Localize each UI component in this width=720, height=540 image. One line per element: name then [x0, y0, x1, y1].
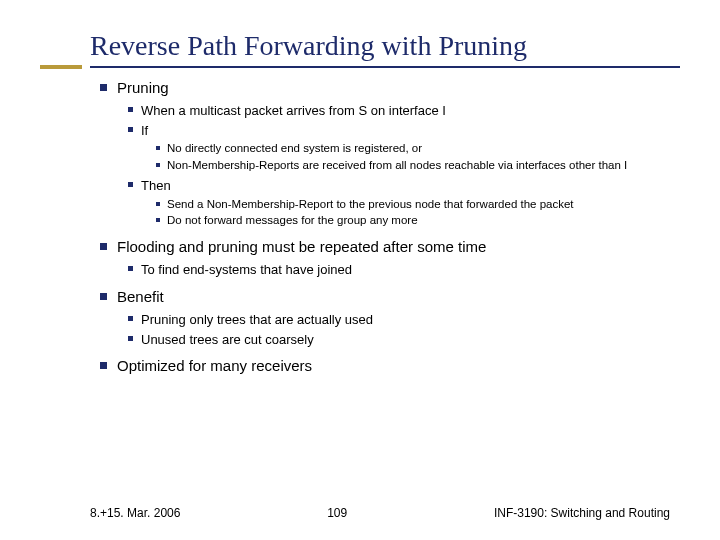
footer-date: 8.+15. Mar. 2006	[90, 506, 180, 520]
bullet-icon	[128, 336, 133, 341]
bullet-icon	[156, 163, 160, 167]
footer-course: INF-3190: Switching and Routing	[494, 506, 670, 520]
bullet-icon	[128, 107, 133, 112]
l2-text: Unused trees are cut coarsely	[141, 331, 314, 349]
bullet-icon	[128, 316, 133, 321]
slide-body: Pruning When a multicast packet arrives …	[0, 68, 720, 376]
title-underline	[90, 66, 680, 68]
bullet-icon	[128, 127, 133, 132]
l1-text: Pruning	[117, 78, 169, 98]
l2-text: To find end-systems that have joined	[141, 261, 352, 279]
bullet-icon	[128, 266, 133, 271]
l2-text: Pruning only trees that are actually use…	[141, 311, 373, 329]
bullet-icon	[100, 293, 107, 300]
bullet-icon	[156, 202, 160, 206]
l3-text: Send a Non-Membership-Report to the prev…	[167, 197, 574, 213]
l2-text: If	[141, 122, 148, 140]
bullet-icon	[156, 218, 160, 222]
l3-text: Non-Membership-Reports are received from…	[167, 158, 627, 174]
slide-title: Reverse Path Forwarding with Pruning	[0, 0, 720, 66]
l1-text: Benefit	[117, 287, 164, 307]
bullet-icon	[156, 146, 160, 150]
l2-text: Then	[141, 177, 171, 195]
l3-text: No directly connected end system is regi…	[167, 141, 422, 157]
l3-text: Do not forward messages for the group an…	[167, 213, 418, 229]
l1-text: Flooding and pruning must be repeated af…	[117, 237, 486, 257]
bullet-icon	[100, 362, 107, 369]
bullet-icon	[100, 243, 107, 250]
footer-page-number: 109	[327, 506, 347, 520]
l1-text: Optimized for many receivers	[117, 356, 312, 376]
l2-text: When a multicast packet arrives from S o…	[141, 102, 446, 120]
bullet-icon	[128, 182, 133, 187]
slide-footer: 8.+15. Mar. 2006 109 INF-3190: Switching…	[0, 506, 720, 520]
bullet-icon	[100, 84, 107, 91]
